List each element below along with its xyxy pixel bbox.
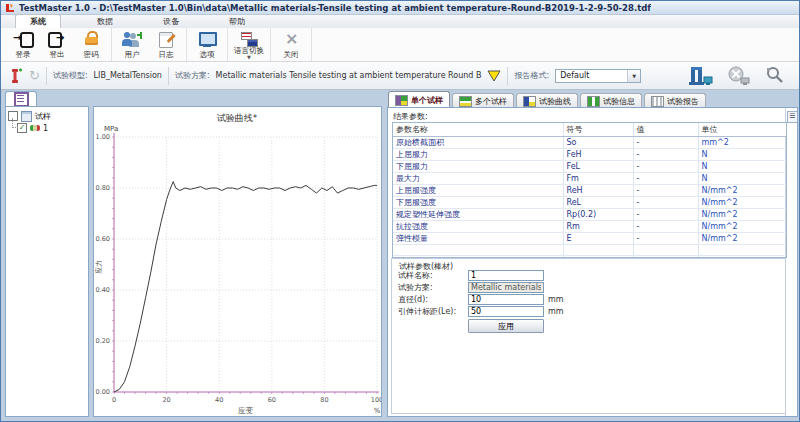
diameter-label: 直径(d): xyxy=(398,294,468,305)
svg-text:0.40: 0.40 xyxy=(96,286,110,294)
value-cell: - xyxy=(633,233,698,245)
tree-item-specimen-1[interactable]: ✓ 1 xyxy=(8,122,86,134)
symbol-cell: So xyxy=(563,137,633,149)
menu-tab-help[interactable]: 帮助 xyxy=(215,15,259,28)
user-icon xyxy=(122,31,142,48)
svg-text:0.60: 0.60 xyxy=(96,235,110,243)
ribbon-group: 登录登出密码 xyxy=(3,28,112,61)
ribbon-button-label: 日志 xyxy=(159,51,174,59)
language-switch-button[interactable]: 语言切换▼ xyxy=(232,29,266,60)
param-name-cell: 最大力 xyxy=(393,173,563,185)
machine-disconnect-icon[interactable] xyxy=(727,66,751,86)
symbol-cell: ReH xyxy=(563,185,633,197)
extensometer-gauge-label: 引伸计标距(Le): xyxy=(398,306,468,317)
table-row[interactable]: 上屈服强度ReH-N/mm^2 xyxy=(393,185,786,197)
login-icon xyxy=(13,31,33,48)
table-row[interactable]: 最大力Fm-N xyxy=(393,173,786,185)
warning-triangle-icon[interactable] xyxy=(487,70,501,82)
menu-tab-device[interactable]: 设备 xyxy=(149,15,193,28)
param-name-cell: 下屈服强度 xyxy=(393,197,563,209)
specimen-tree-tab[interactable] xyxy=(5,91,37,107)
table-row[interactable]: 抗拉强度Rm-N/mm^2 xyxy=(393,221,786,233)
tab-test-info[interactable]: 试验信息 xyxy=(580,93,642,108)
value-cell: - xyxy=(633,173,698,185)
language-icon xyxy=(239,31,259,47)
diameter-field[interactable] xyxy=(468,294,544,305)
test-curve-chart-panel: 试验曲线*MPa应力0.000.200.400.600.801.00020406… xyxy=(93,106,382,417)
test-report-icon xyxy=(651,96,664,107)
menu-icon[interactable]: ☰ xyxy=(787,111,798,123)
tab-label: 单个试样 xyxy=(411,95,443,106)
extensometer-gauge-unit-label: mm xyxy=(548,307,564,316)
machine-status-icon[interactable] xyxy=(689,66,713,86)
password-button[interactable]: 密码 xyxy=(75,29,107,60)
apply-button[interactable]: 应用 xyxy=(468,319,544,333)
login-button[interactable]: 登录 xyxy=(7,29,39,60)
unit-cell: N xyxy=(698,149,786,161)
child-checkbox[interactable]: ✓ xyxy=(17,123,27,133)
table-row[interactable] xyxy=(393,245,786,256)
options-button[interactable]: 选项 xyxy=(191,29,223,60)
results-table: 参数名称符号值单位 原始横截面积So-mm^2上屈服力FeH-N下屈服力FeL-… xyxy=(393,123,787,258)
logout-button[interactable]: 登出 xyxy=(41,29,73,60)
toolbar-separator xyxy=(168,67,169,85)
table-row[interactable]: 原始横截面积So-mm^2 xyxy=(393,137,786,149)
param-row-extensometer-gauge: 引伸计标距(Le):mm xyxy=(398,306,564,317)
menu-tab-data[interactable]: 数据 xyxy=(83,15,127,28)
ribbon-group: 选项 xyxy=(187,28,228,61)
value-cell xyxy=(633,245,698,256)
menu-tab-system[interactable]: 系统 xyxy=(15,14,61,28)
value-cell: - xyxy=(633,149,698,161)
table-row[interactable]: 下屈服强度ReL-N/mm^2 xyxy=(393,197,786,209)
table-row[interactable]: 弹性模量E-N/mm^2 xyxy=(393,233,786,245)
refresh-icon[interactable]: ↻ xyxy=(29,68,40,83)
value-cell: - xyxy=(633,137,698,149)
tab-single-specimen[interactable]: 单个试样 xyxy=(388,91,450,108)
value-cell: - xyxy=(633,197,698,209)
chevron-down-icon[interactable]: ▼ xyxy=(627,70,640,82)
single-specimen-icon xyxy=(395,95,408,106)
ribbon-button-label: 登出 xyxy=(50,51,65,59)
test-model-label: 试验模型: xyxy=(53,70,88,81)
svg-text:试验曲线*: 试验曲线* xyxy=(217,113,258,123)
log-button[interactable]: 日志 xyxy=(150,29,182,60)
search-settings-icon[interactable] xyxy=(765,66,785,86)
tab-multi-specimen[interactable]: 多个试样 xyxy=(452,93,514,108)
report-format-value: Default xyxy=(560,71,589,80)
symbol-cell: E xyxy=(563,233,633,245)
table-row[interactable]: 下屈服力FeL-N xyxy=(393,161,786,173)
symbol-cell: FeH xyxy=(563,149,633,161)
svg-text:应力: 应力 xyxy=(94,260,103,274)
diameter-unit-label: mm xyxy=(548,295,564,304)
tab-test-report[interactable]: 试验报告 xyxy=(644,93,706,108)
list-icon xyxy=(14,92,29,107)
add-specimen-icon[interactable] xyxy=(9,67,23,85)
specimen-tree: 试样 ✓ 1 xyxy=(5,106,89,417)
password-icon xyxy=(81,31,101,48)
tree-item-specimen-root[interactable]: 试样 xyxy=(8,110,86,122)
table-row[interactable]: 上屈服力FeH-N xyxy=(393,149,786,161)
tree-child-label: 1 xyxy=(43,124,48,133)
svg-text:0.00: 0.00 xyxy=(96,388,110,396)
param-row-test-scheme: 试验方案: xyxy=(398,282,544,293)
report-format-select[interactable]: Default ▼ xyxy=(555,69,641,83)
specimen-name-field[interactable] xyxy=(468,270,544,281)
toolbar-separator xyxy=(507,67,508,85)
menu-bar: 系统数据设备帮助 xyxy=(1,15,799,28)
specimen-icon xyxy=(30,125,40,131)
extensometer-gauge-field[interactable] xyxy=(468,306,544,317)
svg-text:60: 60 xyxy=(268,396,276,404)
tab-test-curve[interactable]: 试验曲线 xyxy=(516,93,578,108)
close-button[interactable]: 关闭 xyxy=(275,29,307,60)
svg-text:1.00: 1.00 xyxy=(96,133,110,141)
svg-text:100: 100 xyxy=(371,396,381,404)
symbol-cell: ReL xyxy=(563,197,633,209)
user-button[interactable]: 用户 xyxy=(116,29,148,60)
results-table-container: 参数名称符号值单位 原始横截面积So-mm^2上屈服力FeH-N下屈服力FeL-… xyxy=(392,122,787,258)
table-row[interactable]: 规定塑性延伸强度Rp(0.2)-N/mm^2 xyxy=(393,209,786,221)
window-title: TestMaster 1.0 - D:\TestMaster 1.0\Bin\d… xyxy=(19,3,651,13)
report-format-label: 报告格式: xyxy=(514,70,549,81)
svg-text:%: % xyxy=(374,407,381,415)
specimen-group-icon xyxy=(21,111,32,122)
unit-cell: N/mm^2 xyxy=(698,185,786,197)
